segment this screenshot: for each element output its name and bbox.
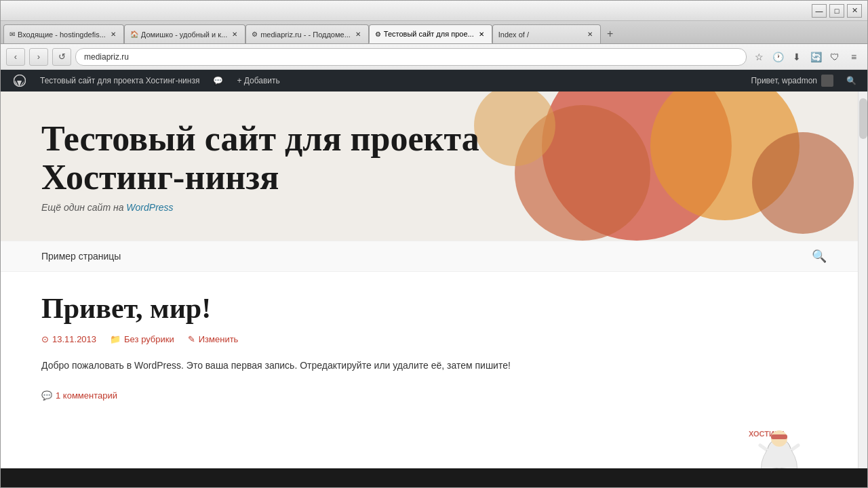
clock-icon: ⊙ [41, 334, 49, 344]
tab-3[interactable]: ⚙ mediapriz.ru - - Поддоме... ✕ [245, 24, 369, 43]
site-title[interactable]: Тестовый сайт для проекта Хостинг-нинзя [41, 119, 479, 197]
post-body: Добро пожаловать в WordPress. Это ваша п… [41, 358, 570, 374]
title-bar: — □ ✕ [1, 1, 867, 21]
tab-2[interactable]: 🏠 Домишко - удобный и к... ✕ [124, 24, 245, 43]
tab-2-label: Домишко - удобный и к... [141, 30, 227, 39]
window-controls: — □ ✕ [812, 4, 862, 18]
tab-1-icon: ✉ [9, 30, 15, 38]
post-category-value[interactable]: Без рубрики [124, 334, 174, 344]
folder-icon: 📁 [110, 334, 121, 344]
nav-icons: ☆ 🕐 ⬇ 🔄 🛡 ≡ [751, 49, 862, 65]
deco-circle-4 [752, 132, 854, 234]
tab-3-icon: ⚙ [252, 30, 258, 38]
svg-line-6 [791, 445, 798, 450]
wp-add-label: + Добавить [237, 76, 279, 85]
history-icon[interactable]: 🕐 [770, 49, 786, 65]
comment-bubble-icon: 💬 [213, 76, 223, 85]
comments-count: 1 комментарий [56, 390, 117, 401]
sync-icon[interactable]: 🔄 [808, 49, 824, 65]
comments-bubble-icon: 💬 [41, 390, 52, 401]
site-header: Тестовый сайт для проекта Хостинг-нинзя … [1, 92, 867, 241]
bookmark-icon[interactable]: ☆ [751, 49, 767, 65]
greeting-text: Привет, wpadmon [751, 76, 817, 85]
wp-add-new[interactable]: + Добавить [230, 70, 286, 92]
site-footer [1, 468, 867, 487]
new-tab-button[interactable]: + [601, 24, 620, 43]
post-edit-link[interactable]: Изменить [199, 334, 239, 344]
site-navigation: Пример страницы 🔍 [1, 241, 867, 272]
main-menu: Пример страницы [41, 251, 121, 262]
tabs-bar: ✉ Входящие - hostingdefis... ✕ 🏠 Домишко… [1, 21, 867, 44]
tab-4[interactable]: ⚙ Тестовый сайт для прое... ✕ [369, 24, 492, 43]
downloads-icon[interactable]: ⬇ [789, 49, 805, 65]
refresh-button[interactable]: ↺ [52, 48, 71, 66]
tagline-wordpress-link[interactable]: WordPress [126, 202, 173, 213]
shield-icon[interactable]: 🛡 [827, 49, 843, 65]
post-edit: ✎ Изменить [188, 334, 239, 344]
forward-button[interactable]: › [29, 48, 48, 66]
close-button[interactable]: ✕ [847, 4, 862, 18]
navigation-bar: ‹ › ↺ mediapriz.ru ☆ 🕐 ⬇ 🔄 🛡 ≡ [1, 44, 867, 70]
site-title-line2: Хостинг-нинзя [41, 158, 279, 197]
post-title: Привет, мир! [41, 292, 570, 325]
wp-admin-bar: Тестовый сайт для проекта Хостинг-нинзя … [1, 70, 867, 92]
minimize-button[interactable]: — [812, 4, 827, 18]
wp-site-name[interactable]: Тестовый сайт для проекта Хостинг-нинзя [33, 70, 206, 92]
tab-1-close[interactable]: ✕ [108, 30, 118, 39]
back-button[interactable]: ‹ [6, 48, 25, 66]
tab-4-close[interactable]: ✕ [477, 29, 486, 39]
wp-search-button[interactable]: 🔍 [840, 70, 862, 92]
address-bar[interactable]: mediapriz.ru [75, 48, 747, 66]
site-title-line1: Тестовый сайт для проекта [41, 119, 479, 158]
tab-5-label: Index of / [498, 30, 583, 39]
menu-icon[interactable]: ≡ [846, 49, 862, 65]
pencil-icon: ✎ [188, 334, 195, 344]
post-date: ⊙ 13.11.2013 [41, 334, 96, 344]
tab-2-close[interactable]: ✕ [230, 30, 239, 39]
tab-5-close[interactable]: ✕ [585, 30, 595, 39]
browser-window: — □ ✕ ✉ Входящие - hostingdefis... ✕ 🏠 Д… [0, 0, 868, 488]
site-title-area: Тестовый сайт для проекта Хостинг-нинзя … [41, 119, 479, 213]
main-content: Привет, мир! ⊙ 13.11.2013 📁 Без рубрики … [1, 272, 611, 421]
maximize-button[interactable]: □ [829, 4, 844, 18]
avatar [821, 75, 833, 87]
post-category: 📁 Без рубрики [110, 334, 174, 344]
site-tagline: Ещё один сайт на WordPress [41, 202, 479, 213]
tab-3-close[interactable]: ✕ [353, 30, 363, 39]
tab-2-icon: 🏠 [130, 30, 138, 38]
tab-1[interactable]: ✉ Входящие - hostingdefis... ✕ [3, 24, 124, 43]
scrollbar-thumb[interactable] [859, 98, 867, 139]
menu-item-example-page[interactable]: Пример страницы [41, 251, 121, 262]
svg-line-5 [760, 445, 767, 450]
address-text: mediapriz.ru [84, 52, 738, 62]
tab-4-label: Тестовый сайт для прое... [384, 30, 474, 38]
tab-3-label: mediapriz.ru - - Поддоме... [260, 30, 351, 39]
wp-site-label: Тестовый сайт для проекта Хостинг-нинзя [40, 76, 199, 85]
tab-5[interactable]: Index of / ✕ [492, 24, 601, 43]
scrollbar[interactable] [858, 92, 867, 487]
tagline-prefix: Ещё один сайт на [41, 202, 126, 213]
wp-logo-item[interactable] [6, 70, 33, 92]
wp-greeting: Привет, wpadmon [745, 75, 840, 87]
ninja-logo-watermark: ХОСТИНГ [745, 420, 813, 474]
site-search-button[interactable]: 🔍 [812, 249, 827, 264]
svg-rect-4 [771, 434, 787, 439]
post-comments[interactable]: 💬 1 комментарий [41, 390, 570, 401]
wordpress-logo [13, 74, 26, 87]
wp-comments[interactable]: 💬 [206, 70, 230, 92]
post-meta: ⊙ 13.11.2013 📁 Без рубрики ✎ Изменить [41, 334, 570, 344]
website-content: Тестовый сайт для проекта Хостинг-нинзя … [1, 92, 867, 487]
tab-4-icon: ⚙ [375, 30, 381, 38]
post-date-value[interactable]: 13.11.2013 [52, 334, 96, 344]
tab-1-label: Входящие - hostingdefis... [18, 30, 106, 39]
